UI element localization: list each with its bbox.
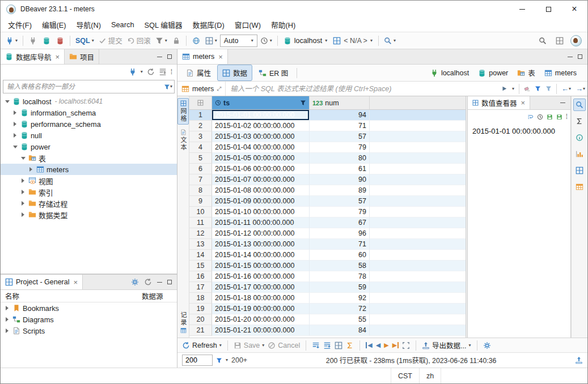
list-item[interactable]: Scripts [1, 325, 177, 336]
disconnect-button[interactable] [27, 34, 39, 48]
value-viewer-content[interactable]: 2015-01-01 00:00:00.000 [468, 123, 570, 338]
cell-ts[interactable]: 2015-01-02 00:00:00.000 [212, 121, 310, 131]
cancel-button[interactable]: Cancel [268, 342, 300, 349]
cell-num[interactable]: 58 [310, 261, 370, 271]
perspective-button[interactable] [553, 34, 566, 48]
clear-rows-icon[interactable] [346, 342, 354, 349]
table-row[interactable]: 132015-01-13 00:00:00.00071 [189, 239, 466, 250]
cell-ts[interactable]: 2015-01-10 00:00:00.000 [212, 207, 310, 217]
chevron-down-icon[interactable]: ▾ [170, 84, 172, 89]
tab-project-general[interactable]: Project - General × [1, 275, 83, 289]
export-data-button[interactable]: 导出数据... ▾ [422, 340, 471, 351]
table-row[interactable]: 152015-01-15 00:00:00.00058 [189, 261, 466, 271]
aggregate-panel-icon[interactable] [573, 115, 586, 127]
tree-chevron-icon[interactable] [20, 200, 26, 207]
collapse-all-icon[interactable] [159, 68, 167, 76]
row-number-cell[interactable]: 14 [189, 250, 212, 261]
menu-item[interactable]: 导航(N) [71, 18, 106, 32]
schema-combo[interactable]: < N/A >▾ [331, 34, 375, 48]
menu-item[interactable]: 帮助(H) [266, 18, 301, 32]
cell-ts[interactable]: 2015-01-15 00:00:00.000 [212, 261, 310, 271]
row-number-cell[interactable]: 1 [189, 110, 212, 121]
row-number-cell[interactable]: 19 [189, 304, 212, 314]
list-item[interactable]: Diagrams [1, 314, 177, 325]
menu-item[interactable]: 文件(F) [3, 18, 37, 32]
save-filter-button[interactable] [532, 82, 543, 96]
cell-num[interactable]: 84 [310, 325, 370, 336]
sql-editor-button[interactable]: SQL▾ [74, 34, 96, 48]
fetch-all-rows-icon[interactable] [323, 342, 331, 349]
row-number-cell[interactable]: 20 [189, 314, 212, 325]
close-tab-icon[interactable]: × [218, 53, 223, 61]
table-row[interactable]: 82015-01-08 00:00:00.00089 [189, 185, 466, 196]
expand-icon[interactable]: ⤢ [217, 86, 221, 92]
focus-row-icon[interactable] [402, 342, 410, 349]
tree-item[interactable]: 视图 [1, 175, 177, 186]
menu-item[interactable]: 窗口(W) [230, 18, 266, 32]
table-row[interactable]: 212015-01-21 00:00:00.00084 [189, 325, 466, 336]
row-number-cell[interactable]: 8 [189, 185, 212, 196]
apply-filter-button[interactable] [499, 82, 510, 96]
edit-value-icon[interactable] [335, 342, 342, 349]
cell-num[interactable]: 55 [310, 314, 370, 325]
dbeaver-community-icon[interactable] [570, 35, 582, 46]
row-number-cell[interactable]: 4 [189, 142, 212, 153]
schedule-button[interactable]: ▾ [259, 34, 274, 48]
fetch-next-page-icon[interactable] [312, 342, 320, 349]
table-row[interactable]: 122015-01-12 00:00:00.00096 [189, 228, 466, 239]
breadcrumb-item[interactable]: 表 [513, 67, 539, 78]
refresh-button[interactable]: Refresh ▾ [182, 342, 222, 349]
cell-num[interactable]: 61 [310, 164, 370, 174]
table-row[interactable]: 112015-01-11 00:00:00.00067 [189, 217, 466, 228]
tree-chevron-icon[interactable] [4, 305, 10, 312]
row-number-cell[interactable]: 11 [189, 217, 212, 228]
cell-num[interactable]: 94 [310, 110, 370, 121]
save-button[interactable]: Save ▾ [234, 342, 265, 349]
tab-database-navigator[interactable]: 数据库导航 × [1, 49, 65, 64]
minimize-panel-icon[interactable] [568, 57, 573, 57]
navigator-filter-input[interactable] [3, 83, 164, 91]
cell-num[interactable]: 96 [310, 228, 370, 239]
network-button[interactable] [190, 34, 202, 48]
cell-ts[interactable]: 2015-01-08 00:00:00.000 [212, 185, 310, 196]
row-number-cell[interactable]: 7 [189, 174, 212, 185]
column-name-header[interactable]: 名称 [1, 291, 142, 301]
filter-funnel-icon[interactable] [164, 84, 170, 90]
console-icon[interactable] [575, 356, 583, 364]
cell-ts[interactable]: 2015-01-17 00:00:00.000 [212, 282, 310, 293]
table-row[interactable]: 172015-01-17 00:00:00.00059 [189, 282, 466, 293]
corner-header-cell[interactable] [189, 96, 212, 109]
first-row-icon[interactable]: ◀ [366, 342, 372, 348]
rollback-mode-icon-button[interactable] [54, 34, 66, 48]
tab-ER 图[interactable]: ER 图 [253, 65, 293, 81]
new-connection-button[interactable]: ▾ [4, 34, 19, 48]
tree-item[interactable]: 表 [1, 152, 177, 164]
tree-chevron-icon[interactable] [20, 189, 26, 195]
tree-chevron-icon[interactable] [20, 178, 26, 184]
cell-num[interactable]: 78 [310, 271, 370, 282]
tree-item[interactable]: power [1, 141, 177, 152]
text-presentation-tab[interactable]: 文本 [177, 127, 189, 153]
maximize-panel-icon[interactable] [578, 54, 582, 59]
table-row[interactable]: 162015-01-16 00:00:00.00078 [189, 271, 466, 282]
next-row-icon[interactable]: ▶ [384, 342, 388, 348]
cell-num[interactable]: 72 [310, 304, 370, 314]
view-menu-icon[interactable]: ⁞ [171, 68, 172, 76]
save-to-file-icon[interactable] [556, 114, 562, 120]
word-wrap-icon[interactable] [527, 114, 534, 120]
table-row[interactable]: 92015-01-09 00:00:00.00057 [189, 196, 466, 207]
cell-num[interactable]: 90 [310, 174, 370, 185]
row-number-cell[interactable]: 3 [189, 131, 212, 142]
close-tab-icon[interactable]: × [56, 53, 60, 61]
save-value-icon[interactable] [547, 114, 553, 120]
minimize-panel-icon[interactable] [157, 282, 162, 283]
maximize-button[interactable] [535, 1, 561, 18]
cell-ts[interactable]: 2015-01-13 00:00:00.000 [212, 239, 310, 250]
menu-item[interactable]: SQL 编辑器 [139, 18, 188, 32]
cell-num[interactable]: 92 [310, 293, 370, 304]
minimize-panel-icon[interactable] [157, 57, 162, 57]
row-number-cell[interactable]: 16 [189, 271, 212, 282]
sql-filter-input[interactable] [226, 82, 499, 96]
tree-chevron-icon[interactable] [20, 212, 26, 218]
cell-ts[interactable]: 2015-01-03 00:00:00.000 [212, 131, 310, 142]
